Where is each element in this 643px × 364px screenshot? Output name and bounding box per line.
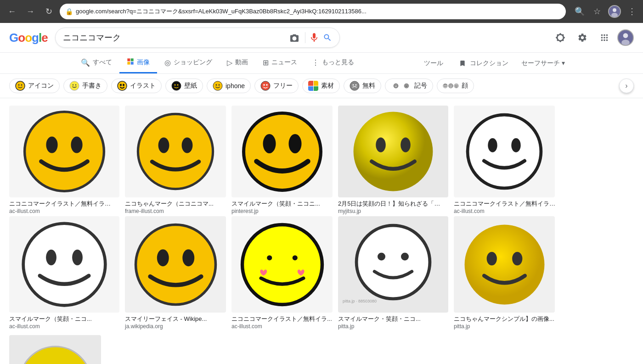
- image-source-2: frame-illust.com: [125, 208, 226, 214]
- tab-images[interactable]: 画像: [119, 53, 157, 73]
- back-button[interactable]: ←: [5, 4, 19, 19]
- image-card-7[interactable]: スマイリーフェイス - Wikipe... ja.wikipedia.org: [125, 216, 226, 330]
- forward-button[interactable]: →: [23, 4, 38, 19]
- image-card-8[interactable]: ニコニコマークイラスト／無料イラ... ac-illust.com: [231, 216, 333, 330]
- svg-point-56: [376, 137, 386, 152]
- chip-free[interactable]: フリー: [254, 78, 299, 93]
- svg-point-70: [356, 225, 430, 299]
- image-results-row2: スマイルマーク（笑顔・ニコ... ac-illust.com スマイリーフェイス…: [0, 214, 643, 364]
- svg-point-61: [23, 224, 106, 306]
- safesearch-label: セーフサーチ ▾: [521, 59, 565, 67]
- svg-point-28: [350, 81, 359, 90]
- chip-free2[interactable]: 無料: [344, 78, 381, 93]
- image-source-1: ac-illust.com: [9, 208, 119, 214]
- svg-point-50: [158, 137, 169, 153]
- svg-point-33: [396, 85, 397, 86]
- svg-point-11: [18, 84, 20, 86]
- collection-button[interactable]: コレクション: [454, 53, 513, 73]
- apps-icon-button[interactable]: [595, 28, 614, 47]
- image-title-4: 2月5日は笑顔の日！】知られざる「スマ...: [338, 200, 444, 208]
- svg-point-13: [70, 81, 79, 90]
- chips-next-button[interactable]: ›: [619, 78, 634, 93]
- svg-point-27: [266, 84, 268, 86]
- image-card-5[interactable]: ニコニコマークイラスト／無料イラスト... ac-illust.com: [454, 106, 559, 214]
- chip-free-label: フリー: [273, 82, 293, 90]
- search-lens-icon[interactable]: 🔍: [573, 5, 586, 18]
- tab-more-label: もっと見る: [322, 58, 354, 67]
- reload-button[interactable]: ↻: [41, 4, 56, 19]
- svg-point-26: [263, 84, 265, 86]
- profile-avatar[interactable]: [608, 5, 621, 18]
- image-card-11[interactable]: shutterstock.com · 354263096 スマイルマークの画像.…: [9, 335, 101, 364]
- collection-label: コレクション: [470, 59, 508, 67]
- user-avatar[interactable]: [617, 29, 634, 46]
- svg-rect-8: [127, 62, 130, 65]
- chip-icon[interactable]: アイコン: [9, 78, 60, 93]
- svg-point-73: [464, 224, 544, 304]
- chip-symbol-label: 記号: [414, 82, 427, 90]
- lock-icon: 🔒: [65, 8, 73, 15]
- svg-point-25: [261, 81, 270, 90]
- search-tab-icon: 🔍: [81, 58, 90, 67]
- svg-point-36: [407, 85, 408, 86]
- shopping-tab-icon: ◎: [164, 58, 171, 67]
- chip-handwrite-label: 手書き: [82, 82, 102, 90]
- chip-illust[interactable]: イラスト: [111, 78, 162, 93]
- svg-point-49: [138, 114, 213, 189]
- chip-material[interactable]: 素材: [302, 78, 340, 93]
- svg-rect-7: [131, 58, 134, 61]
- chip-wallpaper[interactable]: 壁紙: [165, 78, 203, 93]
- chip-handwrite[interactable]: 手書き: [63, 78, 107, 93]
- svg-point-17: [120, 84, 122, 86]
- tab-more[interactable]: ⋮ もっと見る: [305, 53, 361, 73]
- tab-all[interactable]: 🔍 すべて: [73, 53, 119, 73]
- svg-rect-9: [131, 62, 134, 65]
- tab-news[interactable]: ⊞ ニュース: [255, 53, 305, 73]
- search-submit-button[interactable]: [323, 33, 332, 42]
- svg-point-15: [75, 84, 76, 85]
- svg-point-62: [46, 250, 56, 265]
- image-card-10[interactable]: ニコちゃんマークシンプル】の画像... pitta.jp: [454, 216, 555, 330]
- image-card-6[interactable]: スマイルマーク（笑顔・ニコ... ac-illust.com: [9, 216, 119, 330]
- chip-face[interactable]: 顔: [437, 78, 474, 93]
- search-bar[interactable]: [55, 28, 340, 48]
- url-text: google.com/search?q=ニコニコマーク&sxsrf=ALeKk0…: [76, 7, 560, 16]
- chip-illust-label: イラスト: [130, 82, 156, 90]
- svg-point-16: [118, 81, 127, 90]
- tab-video-label: 動画: [235, 58, 248, 67]
- image-card-9[interactable]: pitta.jp · 88503080 スマイルマーク・笑顔・ニコ... pit…: [338, 216, 448, 330]
- svg-point-4: [623, 33, 628, 38]
- svg-point-71: [378, 253, 385, 261]
- voice-search-button[interactable]: [311, 33, 317, 42]
- svg-point-20: [175, 84, 176, 86]
- svg-point-48: [71, 137, 82, 153]
- tools-button[interactable]: ツール: [417, 53, 451, 73]
- safesearch-button[interactable]: セーフサーチ ▾: [517, 53, 570, 73]
- brightness-icon-button[interactable]: [551, 28, 570, 47]
- tab-video[interactable]: ▷ 動画: [220, 53, 255, 73]
- image-card-2[interactable]: ニコちゃんマーク（ニコニコマ... frame-illust.com: [125, 106, 226, 214]
- svg-point-10: [16, 81, 25, 90]
- svg-point-59: [488, 138, 497, 152]
- tab-shopping[interactable]: ◎ ショッピング: [157, 53, 220, 73]
- chip-symbol[interactable]: 記号: [385, 78, 433, 93]
- browser-chrome: ← → ↻ 🔒 google.com/search?q=ニコニコマーク&sxsr…: [0, 0, 643, 23]
- image-source-5: ac-illust.com: [454, 208, 559, 214]
- search-input[interactable]: [63, 33, 285, 43]
- svg-point-29: [353, 84, 354, 86]
- svg-point-58: [468, 115, 541, 188]
- google-logo[interactable]: Google: [9, 31, 48, 45]
- image-card-3[interactable]: スマイルマーク（笑顔・ニコニ... pinterest.jp: [231, 106, 333, 214]
- bookmark-icon[interactable]: ☆: [591, 5, 604, 18]
- settings-icon-button[interactable]: [573, 28, 592, 47]
- image-card-1[interactable]: ニコニコマークイラスト／無料イラストな... ac-illust.com: [9, 106, 119, 214]
- svg-point-67: [242, 224, 322, 304]
- filter-chips-bar: アイコン 手書き イラスト 壁紙: [0, 74, 643, 98]
- chip-iphone[interactable]: iphone: [207, 78, 251, 93]
- address-bar[interactable]: 🔒 google.com/search?q=ニコニコマーク&sxsrf=ALeK…: [60, 4, 566, 19]
- menu-icon[interactable]: ⋮: [626, 5, 638, 18]
- camera-search-button[interactable]: [289, 34, 299, 42]
- image-card-4[interactable]: 2月5日は笑顔の日！】知られざる「スマ... myjitsu.jp: [338, 106, 448, 214]
- image-source-3: pinterest.jp: [231, 208, 333, 214]
- image-source-8: ac-illust.com: [231, 323, 333, 330]
